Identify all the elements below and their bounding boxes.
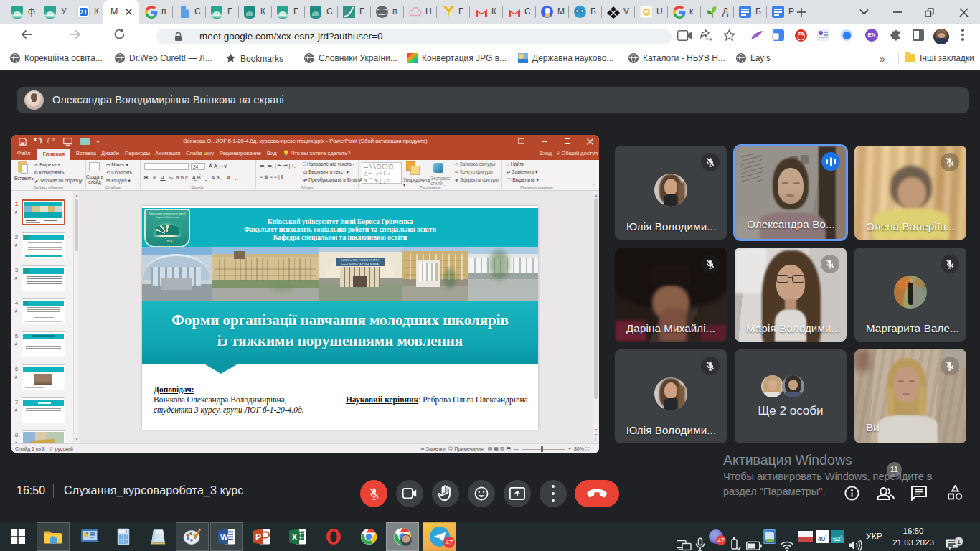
svg-text:W: W [220,532,229,542]
svg-text:X: X [292,532,298,542]
svg-text:0: 0 [126,529,128,534]
svg-text:P: P [255,532,261,542]
